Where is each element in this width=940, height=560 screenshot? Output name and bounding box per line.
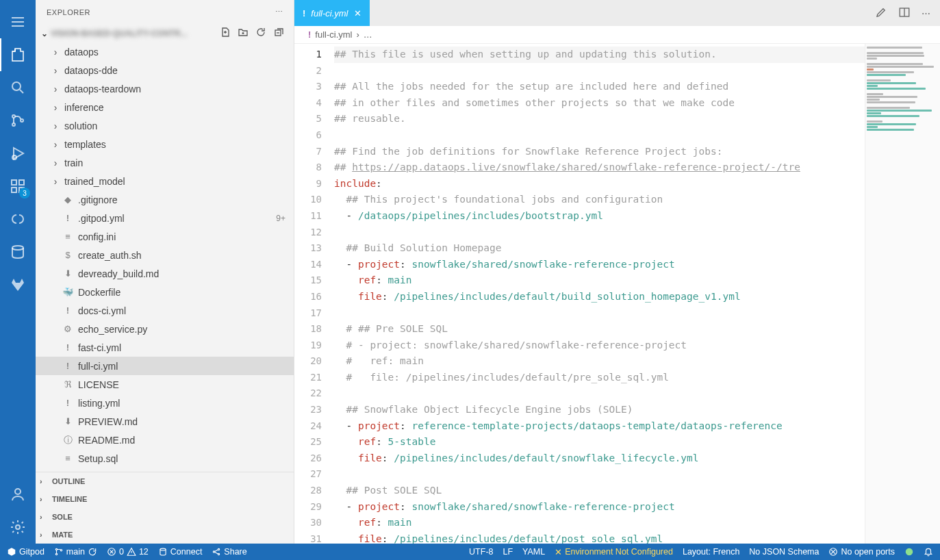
sync-icon[interactable] [88, 547, 97, 557]
new-file-icon[interactable] [220, 27, 231, 40]
chevron-right-icon: › [40, 531, 49, 539]
svg-rect-5 [12, 180, 16, 185]
menu-button[interactable] [0, 5, 36, 38]
svg-point-18 [160, 548, 166, 550]
collapse-all-icon[interactable] [273, 27, 284, 40]
yaml-icon: ! [303, 8, 305, 18]
status-share[interactable]: Share [212, 547, 246, 557]
svg-point-21 [218, 553, 220, 555]
svg-point-19 [214, 551, 215, 552]
status-problems[interactable]: 0 12 [107, 547, 149, 557]
folder-item[interactable]: ›trained_model [36, 172, 294, 190]
chevron-right-icon: › [51, 65, 60, 76]
svg-point-10 [15, 489, 21, 494]
folder-item[interactable]: ›train [36, 153, 294, 172]
file-item[interactable]: ≡config.ini [36, 227, 294, 246]
split-editor-icon[interactable] [898, 6, 911, 21]
folder-label: templates [64, 139, 294, 150]
chevron-right-icon: › [51, 176, 60, 187]
file-tree: ›dataops›dataops-dde›dataops-teardown›in… [36, 42, 294, 472]
status-feedback-icon[interactable] [904, 547, 914, 557]
extensions-tab[interactable]: 3 [0, 170, 36, 203]
sidebar-section[interactable]: ›MATE [36, 526, 294, 544]
file-item[interactable]: 🐳Dockerfile [36, 283, 294, 301]
svg-point-3 [21, 119, 23, 122]
breadcrumb-file: full-ci.yml [315, 29, 352, 40]
new-folder-icon[interactable] [238, 27, 249, 40]
workspace-name: VISION-BASED-QUALITY-CONTR... [51, 29, 217, 38]
gitlab-tab[interactable] [0, 268, 36, 301]
file-item[interactable]: ⚙echo_service.py [36, 320, 294, 338]
folder-label: inference [64, 102, 294, 113]
status-layout[interactable]: Layout: French [683, 547, 739, 557]
folder-item[interactable]: ›inference [36, 98, 294, 116]
status-schema[interactable]: No JSON Schema [749, 547, 819, 557]
file-item[interactable]: !.gitpod.yml9+ [36, 209, 294, 227]
close-tab-icon[interactable]: ✕ [354, 8, 361, 18]
folder-label: dataops-teardown [64, 84, 294, 94]
file-label: Setup.sql [78, 453, 294, 464]
svg-rect-6 [19, 180, 24, 185]
database-tab[interactable] [0, 236, 36, 268]
folder-item[interactable]: ›dataops-dde [36, 61, 294, 79]
file-item[interactable]: !docs-ci.yml [36, 301, 294, 320]
folder-item[interactable]: ›templates [36, 135, 294, 153]
account-button[interactable] [0, 478, 36, 511]
minimap[interactable] [865, 44, 940, 544]
status-bar: Gitpod main 0 12 Connect Share UTF-8 LF … [0, 544, 940, 560]
svg-point-15 [55, 553, 57, 555]
link-tab[interactable] [0, 203, 36, 236]
file-item[interactable]: ⓘREADME.md [36, 431, 294, 449]
file-label: .gitpod.yml [78, 213, 272, 224]
status-ports[interactable]: No open ports [828, 547, 895, 557]
file-item[interactable]: !fast-ci.yml [36, 338, 294, 357]
file-item[interactable]: !full-ci.yml [36, 357, 294, 375]
file-label: .gitignore [78, 194, 294, 205]
section-label: TIMELINE [52, 495, 87, 503]
sidebar-section[interactable]: ›SOLE [36, 508, 294, 526]
status-branch[interactable]: main [54, 547, 97, 557]
file-item[interactable]: ◆.gitignore [36, 190, 294, 209]
status-environment[interactable]: ✕ Environment Not Configured [555, 547, 673, 557]
file-label: PREVIEW.md [78, 416, 294, 427]
file-icon: $ [62, 250, 74, 260]
edit-icon[interactable] [875, 6, 887, 21]
folder-item[interactable]: ›dataops-teardown [36, 79, 294, 98]
file-label: Dockerfile [78, 287, 294, 298]
file-item[interactable]: ℜLICENSE [36, 375, 294, 394]
sidebar-section[interactable]: ›OUTLINE [36, 472, 294, 490]
file-icon: ! [62, 361, 74, 371]
file-label: fast-ci.yml [78, 342, 294, 353]
breadcrumb[interactable]: ! full-ci.yml › … [294, 26, 940, 44]
explorer-tab[interactable] [0, 38, 36, 71]
status-gitpod[interactable]: Gitpod [7, 547, 45, 557]
run-debug-tab[interactable] [0, 137, 36, 170]
svg-point-23 [906, 548, 912, 555]
file-item[interactable]: $create_auth.sh [36, 246, 294, 264]
file-item[interactable]: ⬇PREVIEW.md [36, 412, 294, 431]
file-item[interactable]: ≡Setup.sql [36, 449, 294, 468]
editor-more-icon[interactable]: ⋯ [922, 8, 930, 18]
search-tab[interactable] [0, 71, 36, 104]
folder-item[interactable]: ›solution [36, 116, 294, 135]
workspace-root[interactable]: ⌄ VISION-BASED-QUALITY-CONTR... [36, 24, 294, 42]
settings-button[interactable] [0, 511, 36, 544]
file-item[interactable]: ⬇devready_build.md [36, 264, 294, 283]
editor-tab-full-ci[interactable]: ! full-ci.yml ✕ [294, 0, 370, 26]
status-connect[interactable]: Connect [158, 547, 203, 557]
chevron-right-icon: › [51, 84, 60, 94]
status-lang[interactable]: YAML [522, 547, 545, 557]
code-editor[interactable]: ## This file is used when setting up and… [334, 44, 865, 544]
sidebar-more-icon[interactable]: ⋯ [275, 8, 283, 16]
sidebar-section[interactable]: ›TIMELINE [36, 490, 294, 508]
refresh-icon[interactable] [255, 27, 266, 40]
file-label: listing.yml [78, 398, 294, 409]
status-encoding[interactable]: UTF-8 [469, 547, 493, 557]
status-bell-icon[interactable] [924, 547, 933, 557]
file-label: full-ci.yml [78, 361, 294, 372]
status-eol[interactable]: LF [503, 547, 513, 557]
folder-item[interactable]: ›dataops [36, 42, 294, 61]
source-control-tab[interactable] [0, 104, 36, 137]
folder-label: trained_model [64, 176, 294, 187]
file-item[interactable]: !listing.yml [36, 394, 294, 412]
